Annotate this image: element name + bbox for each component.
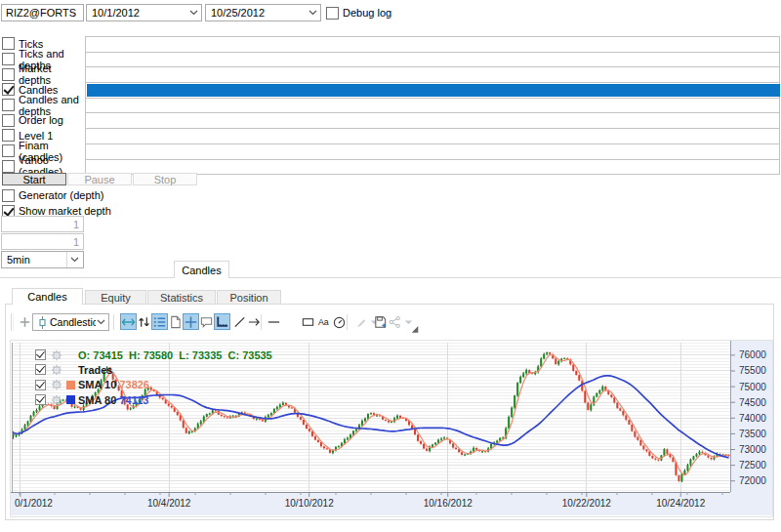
draw-text-button[interactable]: Aa xyxy=(315,313,332,330)
legend-row: O: 73415 H: 73580 L: 73335 C: 73535 xyxy=(35,348,272,362)
gear-icon[interactable] xyxy=(51,379,62,390)
tab-statistics[interactable]: Statistics xyxy=(147,290,216,305)
gauge-button[interactable] xyxy=(331,313,348,330)
tab-label: Statistics xyxy=(160,292,203,304)
series-type-combo[interactable]: Candlestick xyxy=(32,313,109,331)
source-checkbox[interactable] xyxy=(2,114,15,127)
date-to-picker[interactable]: 10/25/2012 xyxy=(205,4,321,21)
source-checkbox[interactable] xyxy=(2,129,15,142)
toolbar-grip[interactable] xyxy=(11,313,14,331)
security-input[interactable] xyxy=(1,4,84,21)
svg-text:Aa: Aa xyxy=(318,317,329,327)
new-pane-button[interactable] xyxy=(167,313,184,330)
source-list: TicksTicks and depthsMarket depthsCandle… xyxy=(2,36,85,174)
progress-bar xyxy=(85,143,780,160)
svg-text:0/1/2012: 0/1/2012 xyxy=(15,498,53,509)
price-chart[interactable]: 7200072500730007350074000745007500075500… xyxy=(10,340,773,517)
source-progress-list xyxy=(85,36,780,175)
generator-depth-box[interactable] xyxy=(2,189,15,202)
source-checkbox[interactable] xyxy=(2,160,15,173)
date-from-picker[interactable]: 10/1/2012 xyxy=(86,4,202,21)
generator-depth-label: Generator (depth) xyxy=(19,189,103,201)
tab-label: Candles xyxy=(27,291,66,303)
progress-bar xyxy=(85,112,780,129)
tab-candles-outer[interactable]: Candles xyxy=(174,261,229,278)
legend-checkbox[interactable] xyxy=(35,394,46,405)
source-row: Market depths xyxy=(2,66,85,82)
depth-field[interactable]: 1 xyxy=(1,216,84,232)
legend-text: 74113 xyxy=(119,394,148,406)
progress-bar xyxy=(85,66,780,83)
source-checkbox[interactable] xyxy=(2,68,15,81)
svg-text:76000: 76000 xyxy=(739,349,766,360)
volume-field[interactable]: 1 xyxy=(1,233,84,250)
overflow-button[interactable] xyxy=(407,318,424,335)
source-checkbox[interactable] xyxy=(2,99,15,111)
tab-equity[interactable]: Equity xyxy=(85,290,146,305)
candlestick-icon xyxy=(38,316,47,329)
debug-log-box[interactable] xyxy=(326,7,339,20)
source-checkbox[interactable] xyxy=(2,53,15,65)
gear-icon[interactable] xyxy=(51,394,62,406)
legend-swatch xyxy=(66,381,75,389)
stop-button[interactable]: Stop xyxy=(133,173,197,185)
draw-hline-button[interactable] xyxy=(266,313,282,330)
security-input-field[interactable] xyxy=(6,7,79,19)
gear-icon[interactable] xyxy=(51,364,62,376)
progress-bar xyxy=(85,36,780,53)
legend-text: SMA 10 xyxy=(78,379,119,390)
axes-button[interactable] xyxy=(214,313,230,330)
legend-checkbox[interactable] xyxy=(35,349,46,360)
chevron-down-icon[interactable] xyxy=(66,252,81,267)
chart-toolbar: CandlestickAa xyxy=(6,309,773,337)
add-indicator-button[interactable] xyxy=(17,313,33,330)
svg-text:72000: 72000 xyxy=(739,475,766,486)
source-label: Order log xyxy=(19,114,63,126)
legend-text: O: 73415 H: 73580 L: 73335 C: 73535 xyxy=(78,349,272,361)
svg-text:75000: 75000 xyxy=(739,382,766,392)
legend-checkbox[interactable] xyxy=(35,380,46,390)
gear-icon[interactable] xyxy=(51,349,62,361)
crosshair-button[interactable] xyxy=(183,313,199,330)
tab-candles[interactable]: Candles xyxy=(12,288,83,305)
debug-log-checkbox[interactable]: Debug log xyxy=(326,6,391,20)
tab-label: Equity xyxy=(101,292,131,304)
generator-depth-checkbox[interactable]: Generator (depth) xyxy=(2,188,103,202)
svg-text:74500: 74500 xyxy=(739,397,766,408)
chevron-down-icon[interactable] xyxy=(188,8,199,19)
series-type-value: Candlestick xyxy=(50,316,96,328)
progress-fill xyxy=(87,84,780,97)
tab-position[interactable]: Position xyxy=(217,290,281,305)
source-label: Candles and depths xyxy=(19,94,85,117)
app-window: { "top_bar": { "security": "RIZ2@FORTS",… xyxy=(0,0,781,532)
svg-text:10/4/2012: 10/4/2012 xyxy=(147,498,191,509)
legend-checkbox[interactable] xyxy=(35,364,46,375)
legend-button[interactable] xyxy=(151,313,168,330)
draw-rect-button[interactable] xyxy=(300,313,316,330)
source-checkbox[interactable] xyxy=(2,37,15,50)
progress-bar xyxy=(85,98,780,114)
debug-log-label: Debug log xyxy=(343,7,391,19)
legend-text: Trades xyxy=(78,364,112,376)
chevron-down-icon[interactable] xyxy=(308,8,318,19)
legend-row: Trades xyxy=(35,362,112,377)
svg-text:74000: 74000 xyxy=(739,413,766,424)
source-checkbox[interactable] xyxy=(2,83,15,96)
chart-canvas[interactable]: 7200072500730007350074000745007500075500… xyxy=(11,341,772,516)
svg-text:73500: 73500 xyxy=(739,429,766,439)
draw-arrow-button[interactable] xyxy=(246,313,263,330)
svg-text:73000: 73000 xyxy=(739,444,766,455)
toolbar-separator xyxy=(113,314,114,330)
svg-text:10/22/2012: 10/22/2012 xyxy=(562,498,611,509)
auto-range-button[interactable] xyxy=(120,313,137,330)
tooltip-button[interactable] xyxy=(198,313,215,330)
svg-text:72500: 72500 xyxy=(739,460,766,471)
pause-button[interactable]: Pause xyxy=(67,173,132,185)
start-button[interactable]: Start xyxy=(2,173,66,185)
timeframe-combo[interactable]: 5min xyxy=(1,251,84,268)
up-down-arrows-button[interactable] xyxy=(136,313,152,330)
source-row: Yahoo (candles) xyxy=(2,159,85,175)
outer-tabstrip-line xyxy=(0,277,781,278)
svg-text:10/10/2012: 10/10/2012 xyxy=(285,498,334,509)
source-checkbox[interactable] xyxy=(2,144,15,157)
